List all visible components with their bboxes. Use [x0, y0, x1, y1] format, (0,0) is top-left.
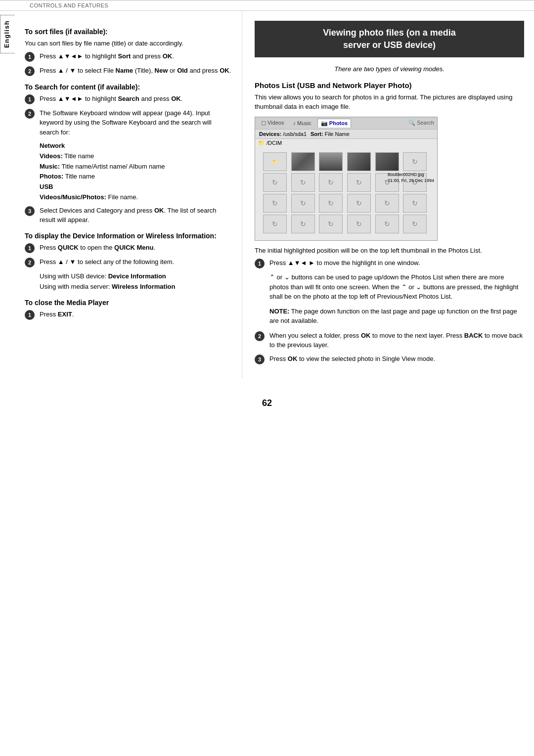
top-header: CONTROLS AND FEATURES: [0, 0, 534, 11]
photos-step-1: 1 Press ▲▼◄ ► to move the highlight in o…: [255, 258, 524, 268]
search-step-1: 1 Press ▲▼◄► to highlight Search and pre…: [25, 94, 232, 104]
sort-label: Sort: File Name: [311, 131, 350, 137]
tab-group: ▢ Videos ♪ Music 📷 Photos: [258, 119, 351, 128]
thumb-d4: ↻: [347, 194, 371, 213]
device-info-section: To display the Device Information or Wir…: [25, 232, 232, 292]
screenshot-grid: 📁 ↻ ↻ ↻ ↻ ↻ ↻ ↻ ↻: [259, 149, 433, 236]
grid-container: 📁 ↻ ↻ ↻ ↻ ↻ ↻ ↻ ↻: [255, 147, 437, 240]
folder-row: 📁 /DCIM: [255, 139, 437, 147]
sort-files-desc: You can sort files by file name (title) …: [25, 39, 232, 48]
photos-step-num-2: 2: [255, 331, 265, 341]
page-number: 62: [0, 398, 534, 418]
note-para: NOTE: The page down function on the last…: [269, 307, 524, 326]
thumb-e3: ↻: [319, 215, 343, 233]
thumb-1: [291, 152, 315, 171]
thumb-c2: ↻: [291, 173, 315, 192]
tab-music: ♪ Music: [290, 119, 314, 127]
using-usb-line: Using with USB device: Device Informatio…: [40, 271, 232, 282]
usb-label: USB: [40, 182, 232, 192]
photos-step-num-1: 1: [255, 259, 265, 268]
big-heading-line1: Viewing photo files (on a media: [323, 28, 456, 38]
photos-step-num-3: 3: [255, 355, 265, 364]
device-info-title: To display the Device Information or Wir…: [25, 232, 232, 240]
screenshot-tabs: ▢ Videos ♪ Music 📷 Photos 🔍 Search: [255, 117, 437, 130]
search-step-1-text: Press ▲▼◄► to highlight Search and press…: [40, 94, 232, 104]
thumb-5: ↻: [403, 152, 427, 171]
screenshot-box: ▢ Videos ♪ Music 📷 Photos 🔍 Search Devic…: [255, 117, 438, 241]
thumb-d1: ↻: [263, 194, 287, 213]
devices-label: Devices: /usb/sda1: [259, 131, 307, 137]
header-label: CONTROLS AND FEATURES: [0, 0, 534, 11]
photos-step-2-text: When you select a folder, press OK to mo…: [269, 331, 524, 350]
sort-step-2-text: Press ▲ / ▼ to select File Name (Title),…: [40, 66, 232, 76]
search-step-3: 3 Select Devices and Category and press …: [25, 206, 232, 225]
photos-line: Photos: Title name: [40, 172, 232, 182]
tab-videos: ▢ Videos: [258, 119, 287, 127]
search-step-num-1: 1: [25, 94, 35, 104]
search-content-section: To Search for content (if available): 1 …: [25, 83, 232, 225]
videos-line: Videos: Title name: [40, 151, 232, 162]
thumb-d5: ↻: [375, 194, 399, 213]
screenshot-bar: Devices: /usb/sda1 Sort: File Name: [255, 130, 437, 139]
thumb-e4: ↻: [347, 215, 371, 233]
device-step-2-text: Press ▲ / ▼ to select any of the followi…: [40, 257, 232, 267]
thumb-c1: ↻: [263, 173, 287, 192]
close-player-title: To close the Media Player: [25, 299, 232, 307]
music-line: Music: Title name/Artist name/ Album nam…: [40, 162, 232, 172]
search-step-2: 2 The Software Keyboard window will appe…: [25, 108, 232, 137]
step-num-2: 2: [25, 66, 35, 76]
thumb-d6: ↻: [403, 194, 427, 213]
thumb-e2: ↻: [291, 215, 315, 233]
close-step-1-text: Press EXIT.: [40, 310, 232, 319]
network-section: Network Videos: Title name Music: Title …: [40, 141, 232, 203]
page-updown-para: ⌃ or ⌄ buttons can be used to page up/do…: [269, 272, 524, 302]
device-using: Using with USB device: Device Informatio…: [40, 271, 232, 292]
search-step-2-text: The Software Keyboard window will appear…: [40, 108, 232, 137]
close-player-section: To close the Media Player 1 Press EXIT.: [25, 299, 232, 320]
thumb-3: [347, 152, 371, 171]
photos-list-desc: This view allows you to search for photo…: [255, 92, 524, 112]
network-label: Network: [40, 141, 232, 151]
thumb-2: [319, 152, 343, 171]
thumb-e1: ↻: [263, 215, 287, 233]
thumb-d3: ↻: [319, 194, 343, 213]
sort-files-section: To sort files (if available): You can so…: [25, 28, 232, 76]
photos-step-3-text: Press OK to view the selected photo in S…: [269, 354, 524, 364]
buttons-are: buttons are: [423, 283, 455, 291]
sort-files-title: To sort files (if available):: [25, 28, 232, 36]
photos-step-3: 3 Press OK to view the selected photo in…: [255, 354, 524, 364]
step-num-1: 1: [25, 52, 35, 62]
device-step-2: 2 Press ▲ / ▼ to select any of the follo…: [25, 257, 232, 267]
folder-path: /DCIM: [267, 140, 282, 146]
search-step-num-2: 2: [25, 109, 35, 119]
thumb-c3: ↻: [319, 173, 343, 192]
search-tab: 🔍 Search: [408, 120, 434, 126]
initial-pos-text: The initial highlighted position will be…: [255, 246, 524, 256]
thumb-e5: ↻: [375, 215, 399, 233]
big-heading-line2: server or USB device): [343, 40, 436, 50]
sort-step-2: 2 Press ▲ / ▼ to select File Name (Title…: [25, 66, 232, 76]
sort-step-1: 1 Press ▲▼◄► to highlight Sort and press…: [25, 51, 232, 62]
italic-subtitle: There are two types of viewing modes.: [255, 64, 524, 74]
thumb-e6: ↻: [403, 215, 427, 233]
close-step-num-1: 1: [25, 310, 35, 320]
note-text: NOTE: The page down function on the last…: [269, 307, 524, 326]
folder-icon: 📁: [258, 140, 265, 146]
right-column: Viewing photo files (on a media server o…: [242, 11, 534, 378]
search-content-title: To Search for content (if available):: [25, 83, 232, 91]
thumb-d2: ↻: [291, 194, 315, 213]
device-step-1: 1 Press QUICK to open the QUICK Menu.: [25, 243, 232, 253]
device-step-num-2: 2: [25, 258, 35, 267]
photos-step-1-text: Press ▲▼◄ ► to move the highlight in one…: [269, 258, 524, 268]
using-media-line: Using with media server: Wireless Inform…: [40, 282, 232, 292]
thumb-folder: 📁: [263, 152, 287, 171]
big-heading: Viewing photo files (on a media server o…: [255, 21, 524, 57]
device-step-num-1: 1: [25, 243, 35, 253]
left-column: To sort files (if available): You can so…: [0, 11, 242, 378]
thumb-4: [375, 152, 399, 171]
info-label: Boulder002HD.jpg01:00, Fri, 26 Dec 1994: [388, 172, 434, 183]
tab-photos: 📷 Photos: [317, 119, 351, 128]
page-updown-text: ⌃ or ⌄ buttons can be used to page up/do…: [269, 272, 524, 302]
usb-files-line: Videos/Music/Photos: File name.: [40, 192, 232, 203]
photos-list-title: Photos List (USB and Network Player Phot…: [255, 81, 524, 89]
